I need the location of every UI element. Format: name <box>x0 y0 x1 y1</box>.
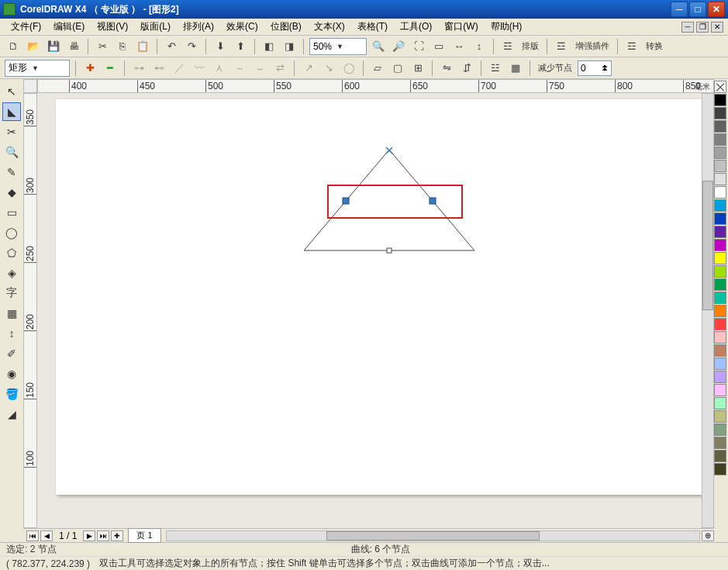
export-button[interactable]: ⬆ <box>232 38 249 55</box>
color-swatch[interactable] <box>714 397 726 409</box>
ruler-origin[interactable] <box>23 79 37 93</box>
stretch-button[interactable]: ▱ <box>369 60 386 77</box>
convert-button[interactable]: ☲ <box>623 38 640 55</box>
align-button[interactable]: ⊞ <box>409 60 426 77</box>
color-swatch[interactable] <box>714 344 726 357</box>
eyedropper-tool[interactable]: ✐ <box>2 344 21 363</box>
paste-button[interactable]: 📋 <box>134 38 151 55</box>
zoom-width-button[interactable]: ↔ <box>450 38 468 55</box>
add-node-button[interactable]: ✚ <box>81 60 98 77</box>
color-swatch[interactable] <box>714 199 726 212</box>
crop-tool[interactable]: ✂ <box>2 123 21 141</box>
first-page-button[interactable]: ⏮ <box>26 530 39 541</box>
shape-type-combo[interactable]: 矩形 ▼ <box>5 60 70 77</box>
color-swatch[interactable] <box>714 437 726 449</box>
smart-fill-tool[interactable]: ◆ <box>2 183 21 202</box>
cut-button[interactable]: ✂ <box>94 38 111 55</box>
horizontal-scrollbar[interactable] <box>166 530 700 541</box>
color-swatch[interactable] <box>714 463 726 475</box>
zoom-combo[interactable]: 50% ▼ <box>309 38 367 55</box>
navigator-button[interactable]: ⊕ <box>702 530 714 541</box>
color-swatch[interactable] <box>714 173 726 185</box>
zoom-out-button[interactable]: 🔎 <box>390 38 407 55</box>
maximize-button[interactable]: □ <box>689 2 706 17</box>
color-swatch[interactable] <box>714 186 726 199</box>
enhance-btn-label[interactable]: 增强插件 <box>573 40 612 52</box>
select-all-nodes-button[interactable]: ▦ <box>507 60 524 77</box>
color-swatch[interactable] <box>714 318 726 330</box>
join-nodes-button[interactable]: ⊶ <box>130 60 147 77</box>
interactive-tool[interactable]: ↕ <box>2 324 21 343</box>
color-swatch[interactable] <box>714 331 726 344</box>
delete-node-button[interactable]: ━ <box>102 60 119 77</box>
smooth-node-button[interactable]: ⌢ <box>231 60 248 77</box>
autoclose-button[interactable]: ◯ <box>340 60 357 77</box>
color-swatch[interactable] <box>714 120 726 133</box>
color-swatch[interactable] <box>714 384 726 396</box>
fill-tool[interactable]: 🪣 <box>2 385 21 403</box>
color-swatch[interactable] <box>714 450 726 462</box>
color-swatch[interactable] <box>714 358 726 370</box>
color-swatch[interactable] <box>714 147 726 159</box>
menu-file[interactable]: 文件(F) <box>5 19 47 35</box>
to-line-button[interactable]: ／ <box>171 60 188 77</box>
text-tool[interactable]: 字 <box>2 284 21 302</box>
freehand-tool[interactable]: ✎ <box>2 163 21 181</box>
menu-tools[interactable]: 工具(O) <box>394 19 438 35</box>
color-swatch[interactable] <box>714 252 726 264</box>
table-tool[interactable]: ▦ <box>2 304 21 323</box>
menu-table[interactable]: 表格(T) <box>351 19 394 35</box>
new-button[interactable]: 🗋 <box>5 38 22 55</box>
color-swatch[interactable] <box>714 410 726 423</box>
reverse-button[interactable]: ⇄ <box>271 60 288 77</box>
plugin-button[interactable]: ☲ <box>553 38 570 55</box>
menu-edit[interactable]: 编辑(E) <box>47 19 91 35</box>
outline-tool[interactable]: ◉ <box>2 364 21 383</box>
interactive-fill-tool[interactable]: ◢ <box>2 405 21 423</box>
color-swatch[interactable] <box>714 292 726 304</box>
zoom-height-button[interactable]: ↕ <box>471 38 488 55</box>
basic-shapes-tool[interactable]: ◈ <box>2 264 21 282</box>
zoom-tool[interactable]: 🔍 <box>2 143 21 161</box>
open-button[interactable]: 📂 <box>25 38 42 55</box>
color-swatch[interactable] <box>714 160 726 172</box>
scrollbar-thumb[interactable] <box>702 181 713 311</box>
close-button[interactable]: ✕ <box>708 2 725 17</box>
prev-page-button[interactable]: ◀ <box>40 530 53 541</box>
extend-button[interactable]: ↗ <box>300 60 317 77</box>
color-swatch[interactable] <box>714 265 726 278</box>
zoom-in-button[interactable]: 🔍 <box>370 38 387 55</box>
vertical-ruler[interactable]: 350300250200150100 <box>23 93 37 528</box>
menu-bitmaps[interactable]: 位图(B) <box>264 19 308 35</box>
pick-tool[interactable]: ↖ <box>2 82 21 101</box>
zoom-fit-button[interactable]: ⛶ <box>410 38 427 55</box>
ellipse-tool[interactable]: ◯ <box>2 223 21 242</box>
print-button[interactable]: 🖶 <box>65 38 82 55</box>
triangle-shape[interactable] <box>304 150 474 257</box>
import-button[interactable]: ⬇ <box>212 38 229 55</box>
menu-help[interactable]: 帮助(H) <box>485 19 529 35</box>
symmetric-node-button[interactable]: ⌣ <box>251 60 268 77</box>
next-page-button[interactable]: ▶ <box>83 530 95 541</box>
to-curve-button[interactable]: 〰 <box>191 60 208 77</box>
copy-button[interactable]: ⎘ <box>114 38 131 55</box>
hreflect-button[interactable]: ⇋ <box>438 60 455 77</box>
page-tab[interactable]: 页 1 <box>128 528 160 543</box>
scrollbar-thumb[interactable] <box>326 531 540 541</box>
extract-button[interactable]: ↘ <box>320 60 337 77</box>
app-launcher-button[interactable]: ◧ <box>260 38 278 55</box>
vreflect-button[interactable]: ⇵ <box>458 60 475 77</box>
color-swatch[interactable] <box>714 226 726 238</box>
color-swatch[interactable] <box>714 133 726 146</box>
rotate-button[interactable]: ▢ <box>389 60 406 77</box>
color-swatch[interactable] <box>714 371 726 383</box>
horizontal-ruler[interactable]: 毫米 400450500550600650700750800850 <box>37 79 714 93</box>
cusp-node-button[interactable]: ⋏ <box>211 60 228 77</box>
no-color-swatch[interactable] <box>714 81 726 93</box>
break-nodes-button[interactable]: ⊷ <box>150 60 167 77</box>
last-page-button[interactable]: ⏭ <box>97 530 109 541</box>
color-swatch[interactable] <box>714 278 726 291</box>
welcome-button[interactable]: ◨ <box>281 38 298 55</box>
minimize-button[interactable]: ─ <box>671 2 688 17</box>
reduce-nodes-spinner[interactable]: 0 ⯭ <box>578 60 612 76</box>
